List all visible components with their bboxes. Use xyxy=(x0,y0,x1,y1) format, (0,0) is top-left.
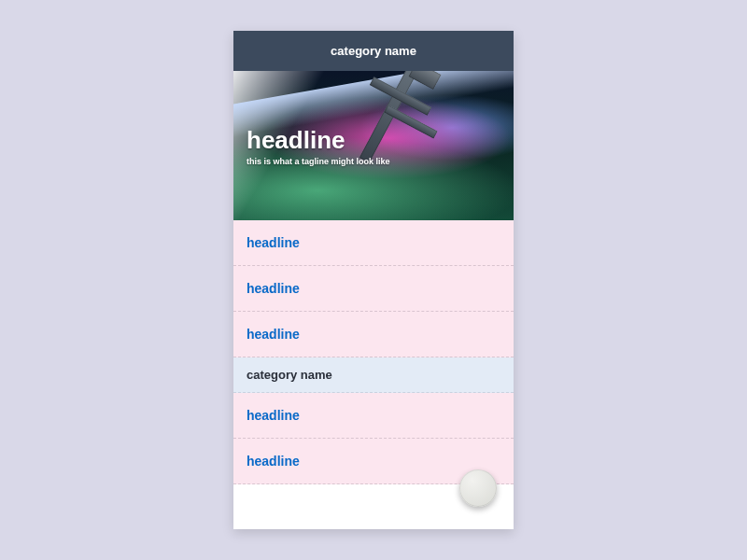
list-item-label: headline xyxy=(247,235,300,250)
category-header-title: category name xyxy=(331,44,416,58)
list-item[interactable]: headline xyxy=(233,266,514,312)
hero-headline: headline xyxy=(247,126,514,155)
list-item[interactable]: headline xyxy=(233,312,514,357)
hero-card[interactable]: headline this is what a tagline might lo… xyxy=(233,71,514,220)
floating-action-button[interactable] xyxy=(459,469,497,507)
article-list: headline headline headline category name… xyxy=(233,220,514,484)
list-item[interactable]: headline xyxy=(233,393,514,439)
list-item-label: headline xyxy=(247,281,300,296)
section-header-label: category name xyxy=(247,368,332,382)
list-item-label: headline xyxy=(247,327,300,342)
phone-frame: category name headline this is what a ta… xyxy=(233,31,514,529)
list-item-label: headline xyxy=(247,408,300,423)
list-item[interactable]: headline xyxy=(233,220,514,266)
hero-tagline: this is what a tagline might look like xyxy=(247,157,514,166)
list-item-label: headline xyxy=(247,454,300,469)
section-header: category name xyxy=(233,357,514,393)
category-header: category name xyxy=(233,31,514,71)
